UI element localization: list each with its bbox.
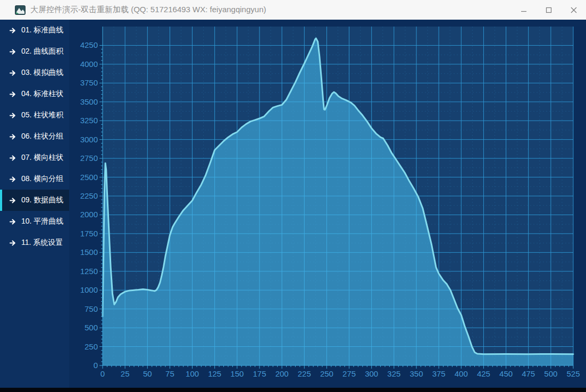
window-title: 大屏控件演示-双击重新加载 (QQ: 517216493 WX: feiyang… xyxy=(30,5,266,15)
arrow-right-icon xyxy=(10,219,16,225)
y-tick-label: 3000 xyxy=(80,135,98,144)
sidebar-item-label: 04. 标准柱状 xyxy=(21,89,63,99)
x-tick-label: 275 xyxy=(342,369,356,378)
x-tick-label: 425 xyxy=(477,369,490,378)
x-tick-label: 375 xyxy=(432,369,446,378)
x-tick-label: 250 xyxy=(320,369,333,378)
close-icon xyxy=(571,7,577,13)
y-tick-label: 2500 xyxy=(80,173,98,182)
maximize-icon xyxy=(546,7,552,13)
sidebar-item-label: 08. 横向分组 xyxy=(21,174,63,184)
close-button[interactable] xyxy=(561,0,586,20)
sidebar-item-label: 01. 标准曲线 xyxy=(21,25,63,35)
maximize-button[interactable] xyxy=(536,0,561,20)
x-tick-label: 150 xyxy=(230,369,244,378)
y-tick-label: 1000 xyxy=(80,285,98,294)
x-tick-label: 300 xyxy=(365,369,378,378)
sidebar-item-label: 06. 柱状分组 xyxy=(21,132,63,141)
sidebar-item-03[interactable]: 03. 模拟曲线 xyxy=(0,62,69,83)
y-tick-label: 250 xyxy=(85,342,98,351)
arrow-right-icon xyxy=(10,91,16,97)
sidebar-item-09[interactable]: 09. 数据曲线 xyxy=(0,190,69,211)
sidebar-item-label: 07. 横向柱状 xyxy=(21,153,63,163)
y-tick-label: 500 xyxy=(85,323,98,332)
sidebar-item-07[interactable]: 07. 横向柱状 xyxy=(0,147,69,168)
sidebar: 01. 标准曲线 02. 曲线面积 03. 模拟曲线 04. 标准柱状 xyxy=(0,20,69,388)
arrow-right-icon xyxy=(10,176,16,182)
y-tick-label: 2750 xyxy=(80,154,98,163)
sidebar-item-label: 11. 系统设置 xyxy=(21,238,63,248)
x-tick-label: 225 xyxy=(298,369,311,378)
sidebar-item-label: 03. 模拟曲线 xyxy=(21,68,63,78)
arrow-right-icon xyxy=(10,155,16,161)
x-tick-label: 50 xyxy=(143,369,152,378)
arrow-right-icon xyxy=(10,134,16,140)
sidebar-item-label: 05. 柱状堆积 xyxy=(21,110,63,120)
app-icon xyxy=(15,5,26,15)
y-tick-label: 0 xyxy=(94,361,98,370)
x-tick-label: 525 xyxy=(566,369,580,378)
data-curve-chart: 0255075100125150175200225250275300325350… xyxy=(69,20,586,388)
x-tick-label: 475 xyxy=(522,369,535,378)
arrow-right-icon xyxy=(10,240,16,246)
window-bottom-edge xyxy=(0,388,586,392)
sidebar-item-label: 10. 平滑曲线 xyxy=(21,217,63,226)
sidebar-item-10[interactable]: 10. 平滑曲线 xyxy=(0,211,69,232)
x-tick-label: 400 xyxy=(455,369,468,378)
x-tick-label: 0 xyxy=(101,369,105,378)
x-tick-label: 325 xyxy=(387,369,400,378)
minimize-icon xyxy=(521,7,527,13)
window-controls xyxy=(511,0,586,20)
sidebar-item-label: 09. 数据曲线 xyxy=(21,195,63,205)
y-tick-label: 2250 xyxy=(80,191,98,200)
y-tick-label: 3500 xyxy=(80,97,98,106)
x-tick-label: 500 xyxy=(544,369,557,378)
titlebar[interactable]: 大屏控件演示-双击重新加载 (QQ: 517216493 WX: feiyang… xyxy=(0,0,586,20)
sidebar-item-08[interactable]: 08. 横向分组 xyxy=(0,168,69,190)
app-window: 大屏控件演示-双击重新加载 (QQ: 517216493 WX: feiyang… xyxy=(0,0,586,392)
sidebar-item-06[interactable]: 06. 柱状分组 xyxy=(0,126,69,147)
sidebar-item-05[interactable]: 05. 柱状堆积 xyxy=(0,105,69,126)
x-tick-label: 75 xyxy=(165,369,174,378)
sidebar-item-01[interactable]: 01. 标准曲线 xyxy=(0,20,69,41)
sidebar-item-04[interactable]: 04. 标准柱状 xyxy=(0,83,69,105)
y-tick-label: 3750 xyxy=(80,78,98,87)
x-tick-label: 450 xyxy=(499,369,513,378)
arrow-right-icon xyxy=(10,28,16,33)
sidebar-item-11[interactable]: 11. 系统设置 xyxy=(0,232,69,253)
x-tick-label: 200 xyxy=(275,369,289,378)
sidebar-item-label: 02. 曲线面积 xyxy=(21,47,63,56)
arrow-right-icon xyxy=(10,113,16,118)
minimize-button[interactable] xyxy=(511,0,536,20)
y-tick-label: 2000 xyxy=(80,210,98,219)
y-tick-label: 3250 xyxy=(80,116,98,125)
chart-panel: 0255075100125150175200225250275300325350… xyxy=(69,20,586,388)
y-tick-label: 1500 xyxy=(80,248,98,257)
y-tick-label: 1250 xyxy=(80,267,98,276)
arrow-right-icon xyxy=(10,49,16,55)
x-tick-label: 100 xyxy=(186,369,199,378)
arrow-right-icon xyxy=(10,70,16,76)
y-tick-label: 1750 xyxy=(80,229,98,238)
x-tick-label: 25 xyxy=(121,369,130,378)
x-tick-label: 350 xyxy=(409,369,423,378)
y-tick-label: 750 xyxy=(85,304,98,313)
x-tick-label: 125 xyxy=(208,369,221,378)
y-tick-label: 4250 xyxy=(80,40,98,49)
x-tick-label: 175 xyxy=(253,369,266,378)
arrow-right-icon xyxy=(10,198,16,203)
y-tick-label: 4000 xyxy=(80,59,98,69)
sidebar-item-02[interactable]: 02. 曲线面积 xyxy=(0,41,69,62)
